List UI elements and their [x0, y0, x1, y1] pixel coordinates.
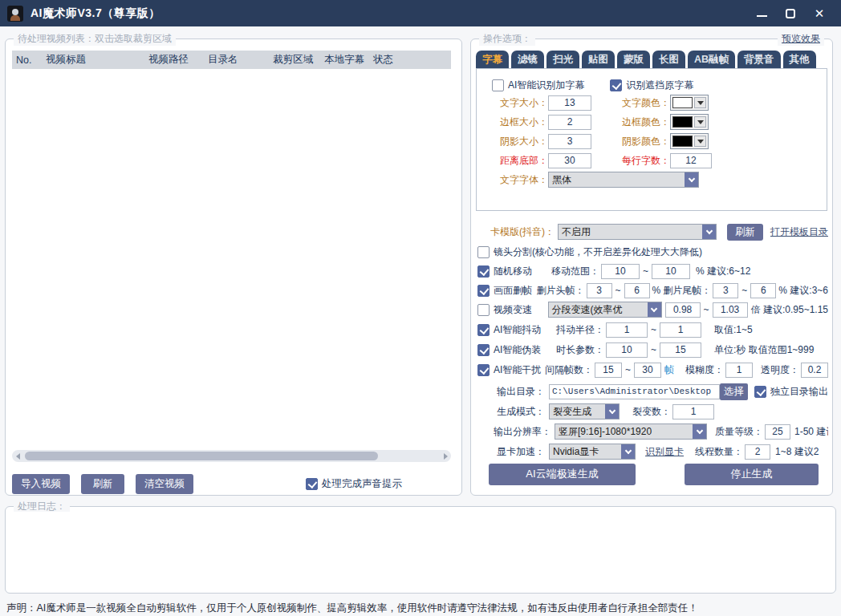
interval-min-input[interactable]: [595, 363, 622, 378]
chevron-down-icon: [694, 97, 706, 108]
cloud-generate-button[interactable]: AI云端极速生成: [489, 464, 636, 485]
option-tabs: 字幕 滤镜 扫光 贴图 蒙版 长图 AB融帧 背景音 其他: [476, 51, 827, 68]
speed-hint: 倍 建议:0.95~1.15: [751, 303, 828, 317]
font-dropdown[interactable]: 黑体: [548, 172, 699, 188]
tab-sweep-light[interactable]: 扫光: [546, 51, 579, 68]
tab-mask[interactable]: 蒙版: [617, 51, 650, 68]
ai-recognize-subtitle-checkbox[interactable]: [492, 79, 504, 91]
tab-bgm[interactable]: 背景音: [737, 51, 781, 68]
shadow-size-input[interactable]: [548, 134, 591, 149]
col-status: 状态: [369, 53, 451, 67]
bottom-distance-input[interactable]: [548, 153, 591, 168]
scroll-right-arrow-icon[interactable]: [440, 450, 451, 462]
range-separator: ~: [625, 364, 631, 375]
random-move-checkbox[interactable]: [477, 265, 490, 278]
sound-alert-label: 处理完成声音提示: [322, 477, 402, 491]
log-output-area[interactable]: [10, 512, 831, 588]
tab-ab-blend[interactable]: AB融帧: [688, 51, 735, 68]
border-color-dropdown[interactable]: [670, 114, 709, 130]
border-size-input[interactable]: [548, 115, 591, 130]
frame-delete-label: 画面删帧: [494, 284, 537, 298]
chevron-down-icon: [702, 225, 716, 239]
head-frame-unit: %: [652, 285, 661, 296]
shake-radius-max-input[interactable]: [660, 322, 701, 338]
refresh-list-button[interactable]: 刷新: [81, 474, 124, 494]
speed-min-input[interactable]: [665, 302, 701, 318]
quality-input[interactable]: [765, 424, 790, 440]
ai-recognize-subtitle-label: AI智能识别加字幕: [508, 79, 584, 92]
split-count-input[interactable]: [672, 404, 714, 419]
shadow-color-label: 阴影颜色：: [591, 135, 670, 148]
text-size-label: 文字大小：: [477, 96, 548, 110]
minimize-button[interactable]: [751, 4, 772, 23]
close-button[interactable]: ✕: [809, 4, 830, 23]
log-panel: 处理日志：: [5, 506, 836, 594]
shake-radius-min-input[interactable]: [606, 322, 648, 338]
tab-other[interactable]: 其他: [783, 51, 816, 68]
options-panel-label: 操作选项：: [479, 32, 535, 46]
random-move-label: 随机移动: [494, 265, 551, 278]
speed-mode-dropdown[interactable]: 分段变速(效率优: [548, 302, 662, 318]
generate-mode-dropdown[interactable]: 裂变生成: [549, 403, 620, 419]
head-frame-max-input[interactable]: [624, 283, 650, 298]
gpu-dropdown[interactable]: Nvidia显卡: [549, 444, 636, 460]
scroll-left-arrow-icon[interactable]: [12, 450, 23, 462]
head-frame-min-input[interactable]: [587, 283, 612, 298]
scrollbar-thumb[interactable]: [25, 452, 378, 460]
ai-interfere-checkbox[interactable]: [477, 364, 490, 376]
text-color-dropdown[interactable]: [670, 95, 709, 111]
sound-alert-checkbox[interactable]: [306, 478, 318, 490]
tail-frame-hint: % 建议:3~6: [778, 284, 828, 298]
chars-per-line-input[interactable]: [670, 153, 712, 168]
tab-long-image[interactable]: 长图: [652, 51, 685, 68]
opacity-input[interactable]: [801, 363, 828, 378]
tab-sticker[interactable]: 贴图: [582, 51, 615, 68]
independent-dir-checkbox[interactable]: [754, 386, 766, 398]
duration-max-input[interactable]: [660, 342, 701, 358]
duration-min-input[interactable]: [606, 342, 648, 358]
tail-frame-min-input[interactable]: [713, 283, 738, 298]
template-dropdown[interactable]: 不启用: [558, 224, 717, 240]
mask-original-subtitle-label: 识别遮挡原字幕: [626, 79, 693, 92]
frame-unit-label: 帧: [664, 363, 674, 377]
threads-input[interactable]: [745, 444, 770, 460]
template-refresh-button[interactable]: 刷新: [727, 224, 763, 241]
frame-delete-checkbox[interactable]: [477, 285, 490, 297]
open-template-dir-link[interactable]: 打开模板目录: [770, 225, 828, 239]
video-list-panel: 待处理视频列表：双击选取裁剪区域 No. 视频标题 视频路径 目录名 裁剪区域 …: [5, 38, 462, 496]
horizontal-scrollbar[interactable]: [12, 450, 451, 462]
tail-frame-label: 删片尾帧：: [663, 284, 711, 298]
maximize-button[interactable]: [780, 4, 801, 23]
import-video-button[interactable]: 导入视频: [12, 474, 70, 494]
video-list-body[interactable]: [12, 69, 451, 445]
output-dir-input[interactable]: [549, 384, 720, 399]
detect-gpu-link[interactable]: 识别显卡: [645, 445, 684, 459]
range-separator: ~: [651, 324, 656, 335]
ai-disguise-checkbox[interactable]: [477, 344, 490, 356]
shadow-color-dropdown[interactable]: [670, 133, 709, 149]
quality-hint: 1-50 建议16: [794, 425, 828, 439]
shot-split-checkbox[interactable]: [477, 246, 490, 258]
move-range-min-input[interactable]: [601, 264, 640, 279]
resolution-dropdown[interactable]: 竖屏[9:16]-1080*1920: [555, 424, 707, 440]
clear-video-button[interactable]: 清空视频: [136, 474, 193, 494]
col-no: No.: [12, 55, 42, 66]
speed-change-checkbox[interactable]: [477, 304, 490, 316]
preview-effect-link[interactable]: 预览效果: [778, 32, 824, 46]
col-path: 视频路径: [144, 53, 204, 67]
stop-generate-button[interactable]: 停止生成: [685, 464, 819, 485]
interval-max-input[interactable]: [634, 363, 661, 378]
chevron-down-icon: [605, 404, 619, 419]
range-separator: ~: [616, 285, 621, 296]
tab-subtitle[interactable]: 字幕: [476, 51, 509, 68]
ai-shake-checkbox[interactable]: [477, 324, 490, 336]
choose-dir-button[interactable]: 选择: [720, 383, 748, 400]
tail-frame-max-input[interactable]: [750, 283, 776, 298]
move-range-max-input[interactable]: [652, 264, 690, 279]
disclaimer-text: 声明：AI魔术师是一款视频全自动剪辑软件，仅用于个人原创视频制作、提高剪辑效率，…: [6, 602, 838, 615]
text-size-input[interactable]: [548, 95, 591, 111]
speed-max-input[interactable]: [713, 302, 748, 318]
tab-filter[interactable]: 滤镜: [511, 51, 544, 68]
blur-input[interactable]: [725, 363, 753, 378]
mask-original-subtitle-checkbox[interactable]: [610, 79, 622, 91]
